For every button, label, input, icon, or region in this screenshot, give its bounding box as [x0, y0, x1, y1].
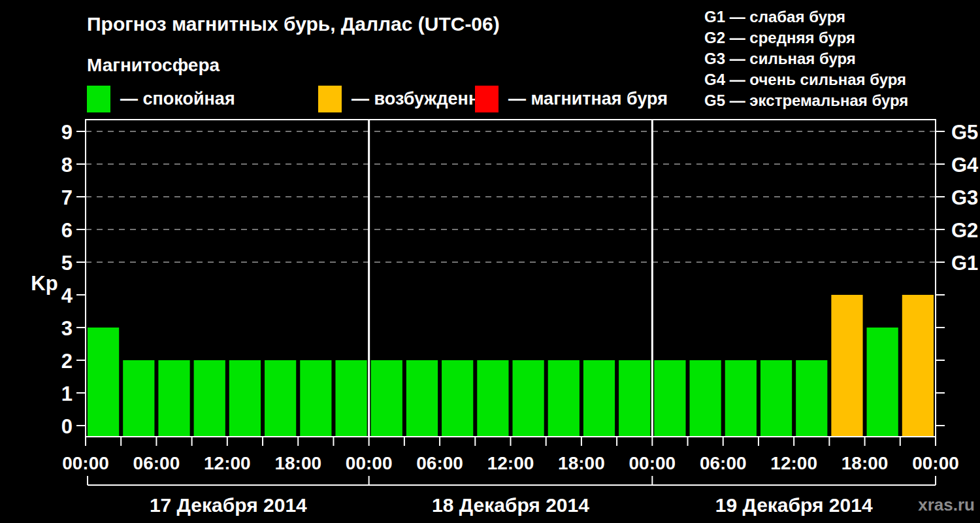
kp-bar: [265, 360, 296, 437]
x-axis-label: 18:00: [841, 453, 889, 473]
kp-bar: [406, 360, 438, 437]
kp-bar: [902, 295, 934, 437]
kp-bar: [831, 295, 862, 437]
x-axis-label: 00:00: [912, 453, 959, 473]
kp-bar: [583, 360, 615, 437]
x-axis-label: 06:00: [416, 453, 463, 473]
kp-bar: [229, 360, 261, 437]
kp-bar: [796, 360, 827, 437]
x-axis-label: 06:00: [133, 453, 180, 473]
x-axis-label: 00:00: [346, 453, 393, 473]
x-axis-label: 12:00: [487, 453, 534, 473]
x-axis-label: 12:00: [770, 453, 817, 473]
kp-bar: [158, 360, 189, 437]
y-axis-label: 0: [61, 415, 73, 438]
kp-bar: [760, 360, 792, 437]
y-axis-label: 8: [61, 154, 73, 177]
kp-bar: [548, 360, 580, 437]
kp-bar: [513, 360, 544, 437]
kp-bar-chart: 0123456789G1G2G3G4G5Kp00:0006:0012:0018:…: [0, 0, 980, 523]
x-axis-label: 06:00: [700, 453, 747, 473]
y-axis-label: 3: [61, 317, 73, 340]
date-label: 19 Декабря 2014: [715, 494, 873, 516]
y-axis-label: 1: [61, 382, 73, 405]
kp-bar: [194, 360, 225, 437]
g-axis-label: G2: [951, 219, 978, 242]
y-axis-label: 7: [61, 186, 73, 209]
g-axis-label: G5: [951, 121, 978, 144]
kp-bar: [690, 360, 721, 437]
g-axis-label: G3: [951, 186, 978, 209]
kp-bar: [442, 360, 473, 437]
x-axis-label: 18:00: [558, 453, 605, 473]
x-axis-label: 18:00: [274, 453, 321, 473]
y-axis-label: 2: [61, 350, 73, 373]
x-axis-label: 00:00: [62, 453, 109, 473]
kp-bar: [300, 360, 331, 437]
y-axis-label: 5: [61, 252, 73, 275]
kp-bar: [867, 328, 898, 437]
watermark: xras.ru: [918, 495, 975, 515]
kp-bar: [335, 360, 367, 437]
kp-bar: [88, 328, 119, 437]
date-label: 18 Декабря 2014: [432, 494, 589, 516]
y-axis-title: Kp: [31, 272, 57, 295]
kp-bar: [477, 360, 508, 437]
kp-bar: [619, 360, 650, 437]
x-axis-label: 12:00: [204, 453, 251, 473]
y-axis-label: 6: [61, 219, 73, 242]
kp-bar: [371, 360, 402, 437]
x-axis-label: 00:00: [629, 453, 676, 473]
g-axis-label: G4: [951, 154, 979, 177]
g-axis-label: G1: [951, 252, 978, 275]
kp-bar: [654, 360, 685, 437]
y-axis-label: 9: [61, 121, 73, 144]
magnetic-storm-forecast-page: Прогноз магнитных бурь, Даллас (UTC-06) …: [0, 0, 980, 523]
kp-bar: [725, 360, 757, 437]
kp-bar: [123, 360, 154, 437]
y-axis-label: 4: [61, 284, 73, 307]
date-label: 17 Декабря 2014: [150, 494, 307, 516]
